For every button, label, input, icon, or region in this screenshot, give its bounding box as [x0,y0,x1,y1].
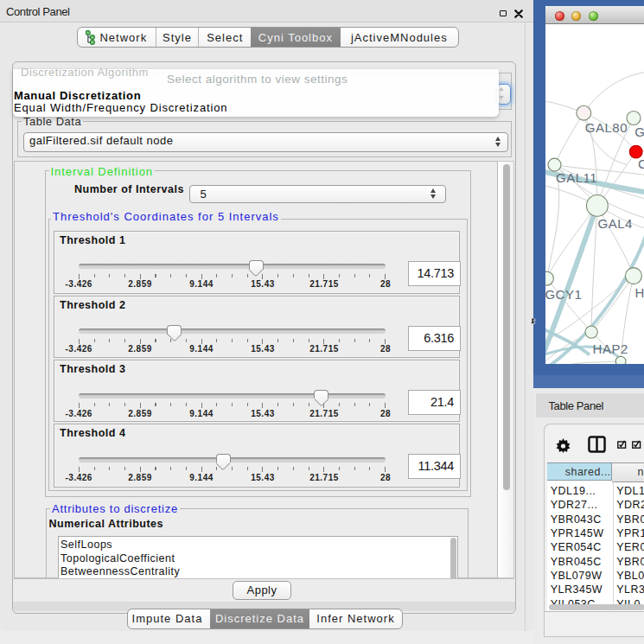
svg-text:H: H [634,285,644,300]
svg-text:GCY1: GCY1 [545,286,582,301]
svg-text:HAP2: HAP2 [593,341,628,356]
svg-text:G: G [634,124,644,138]
svg-text:C: C [638,156,644,171]
svg-text:GAL80: GAL80 [585,120,628,135]
svg-text:GAL4: GAL4 [598,215,633,230]
svg-text:GAL11: GAL11 [556,169,597,184]
